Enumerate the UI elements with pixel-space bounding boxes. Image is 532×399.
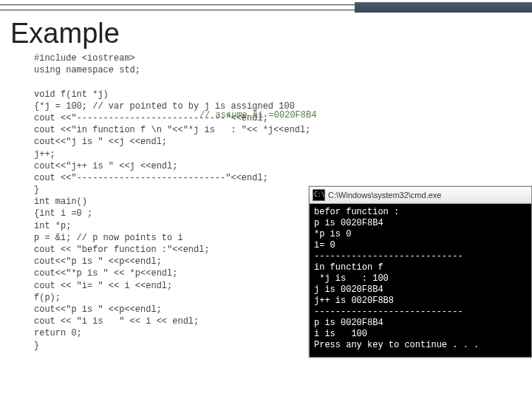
console-window: C:\ C:\Windows\system32\cmd.exe befor fu… (309, 186, 532, 358)
console-titlebar[interactable]: C:\ C:\Windows\system32\cmd.exe (310, 187, 531, 204)
console-title: C:\Windows\system32\cmd.exe (328, 191, 441, 200)
console-output: befor function : p is 0020F8B4 *p is 0 i… (310, 204, 531, 357)
divider-rule (0, 4, 532, 10)
slide-title: Example (10, 18, 532, 50)
assume-comment: // assume &i =0020F8B4 (200, 110, 316, 120)
cmd-icon: C:\ (313, 189, 325, 201)
